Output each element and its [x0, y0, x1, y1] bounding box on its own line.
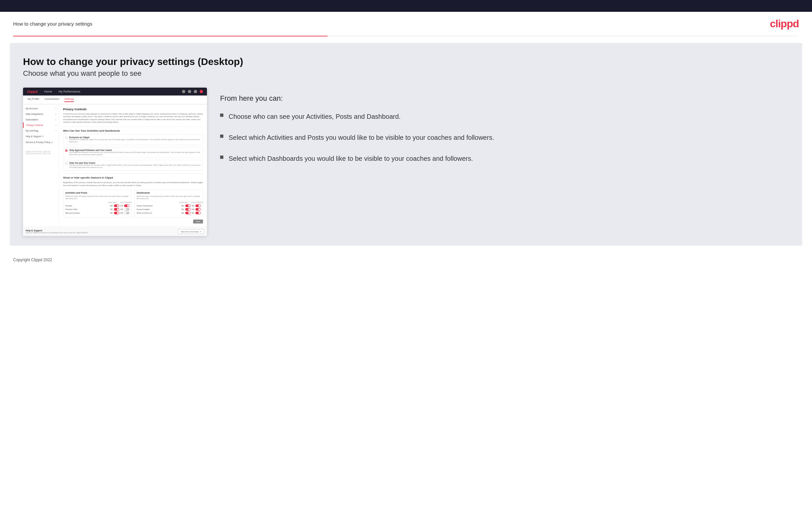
drills-followers-toggle [124, 208, 130, 211]
bullet-square-2 [220, 134, 223, 138]
roundinsights-followers-toggle [195, 208, 201, 211]
copyright: Copyright Clippd 2022 [13, 258, 52, 262]
sidebar-data-integrations: Data Integrations› [23, 111, 59, 117]
drills-coaches-toggle [114, 208, 119, 211]
logo: clippd [770, 18, 799, 30]
playerdash-coaches-toggle [185, 205, 191, 207]
avatar-icon [200, 90, 203, 93]
content-columns: clippd Home My Performance My Profile Co… [23, 88, 789, 236]
privacy-controls-desc: Control how you and your data appears to… [63, 113, 203, 124]
rounds-coaches-toggle [114, 205, 119, 207]
sidebar-version: Clippd Client Version: 2022.8.2SQL Serve… [23, 149, 59, 157]
whattowork-followers-toggle [195, 212, 201, 214]
bullet-text-3: Select which Dashboards you would like t… [229, 154, 473, 163]
from-here-title: From here you can: [220, 94, 789, 103]
toggle-row-drills: Practice Drills ON ON [65, 208, 130, 211]
top-bar [0, 0, 812, 12]
mockup-nav-home: Home [44, 90, 52, 93]
manual-coaches-toggle [114, 212, 119, 214]
whattowork-coaches-toggle [185, 212, 191, 214]
help-desc: Visit our Clippd community to troublesho… [26, 232, 89, 234]
subnav-connections: Connections [45, 98, 59, 102]
toggle-row-rounds: Rounds ON ON [65, 205, 130, 207]
sidebar-my-account: My Account› [23, 106, 59, 111]
mockup-sidebar: My Account› Data Integrations› Subscript… [23, 104, 59, 227]
mockup-nav-icons [182, 90, 203, 93]
grid-icon [188, 90, 191, 93]
save-row: Save [63, 220, 203, 223]
mockup-nav: clippd Home My Performance [23, 88, 207, 96]
radio-everyone: Everyone on Clippd Everyone on Clippd ca… [63, 134, 203, 145]
mockup-nav-performance: My Performance [58, 90, 80, 93]
sidebar-help-support: Help & Support ↗ [23, 133, 59, 139]
privacy-controls-title: Privacy Controls [63, 108, 203, 111]
bell-icon [194, 90, 197, 93]
header-title: How to change your privacy settings [13, 21, 92, 26]
bullet-item-2: Select which Activities and Posts you wo… [220, 133, 789, 142]
subnav-myprofile: My Profile [28, 98, 39, 102]
mockup-logo: clippd [27, 90, 38, 94]
toggle-section: Activities and Posts Select the types of… [63, 189, 203, 218]
bullet-text-2: Select which Activities and Posts you wo… [229, 133, 494, 142]
manual-followers-toggle [124, 212, 130, 214]
save-button[interactable]: Save [193, 220, 203, 223]
external-link-icon: ↗ [200, 230, 201, 233]
visit-community-button[interactable]: Visit Our Community ↗ [178, 229, 204, 234]
header-divider [13, 36, 799, 37]
main-content: How to change your privacy settings (Des… [10, 43, 802, 246]
radio-only-you: Only You and Your Coach Only you and the… [63, 160, 203, 171]
help-title: Help & Support [26, 229, 89, 232]
right-column: From here you can: Choose who can see yo… [220, 88, 789, 163]
sidebar-privacy-controls: Privacy Controls› [23, 122, 59, 128]
radio-group: Everyone on Clippd Everyone on Clippd ca… [63, 134, 203, 171]
toggle-row-manual: Manual Activities ON ON [65, 212, 130, 214]
sidebar-subscription: Subscription› [23, 117, 59, 122]
help-section: Help & Support Visit our Clippd communit… [23, 227, 207, 236]
who-can-see-title: Who Can See Your Activities and Dashboar… [63, 129, 203, 132]
page-heading: How to change your privacy settings (Des… [23, 56, 789, 67]
toggle-row-round-insights: Round Insights ON ON [137, 208, 201, 211]
rounds-followers-toggle [124, 205, 130, 207]
show-hide-desc: Regardless of the privacy controls that … [63, 181, 203, 187]
radio-approved-followers: Only Approved Followers and Your Coach O… [63, 147, 203, 158]
roundinsights-coaches-toggle [185, 208, 191, 211]
bullet-square-1 [220, 114, 223, 117]
toggle-row-what-to-work: What To Work On ON ON [137, 212, 201, 214]
subnav-settings: Settings [64, 98, 74, 102]
bullet-item-3: Select which Dashboards you would like t… [220, 154, 789, 163]
bullet-text-1: Choose who can see your Activities, Post… [229, 112, 401, 121]
sidebar-my-golf-bag: My Golf Bag› [23, 128, 59, 133]
mockup-subnav: My Profile Connections Settings [23, 96, 207, 104]
mockup-body: My Account› Data Integrations› Subscript… [23, 104, 207, 227]
footer: Copyright Clippd 2022 [0, 252, 812, 268]
screenshot-mockup: clippd Home My Performance My Profile Co… [23, 88, 207, 236]
bullet-square-3 [220, 156, 223, 159]
mockup-main-panel: Privacy Controls Control how you and you… [59, 104, 207, 227]
sidebar-privacy-policy: Service & Privacy Policy ↗ [23, 139, 59, 146]
toggle-row-player-dashboard: Player Dashboard ON ON [137, 205, 201, 207]
radio-onlyyou-btn [65, 162, 68, 165]
bullet-item-1: Choose who can see your Activities, Post… [220, 112, 789, 121]
bullet-list: Choose who can see your Activities, Post… [220, 112, 789, 163]
show-hide-title: Show or hide specific features in Clippd [63, 176, 203, 179]
activities-panel: Activities and Posts Select the types of… [63, 189, 132, 218]
page-subheading: Choose what you want people to see [23, 69, 789, 78]
divider-1 [63, 126, 203, 127]
dashboards-panel: Dashboards Select the types of activity … [134, 189, 203, 218]
divider-2 [63, 173, 203, 174]
radio-everyone-btn [65, 136, 68, 139]
search-icon [182, 90, 185, 93]
header: How to change your privacy settings clip… [0, 12, 812, 36]
playerdash-followers-toggle [195, 205, 201, 207]
radio-approved-btn [65, 149, 68, 152]
